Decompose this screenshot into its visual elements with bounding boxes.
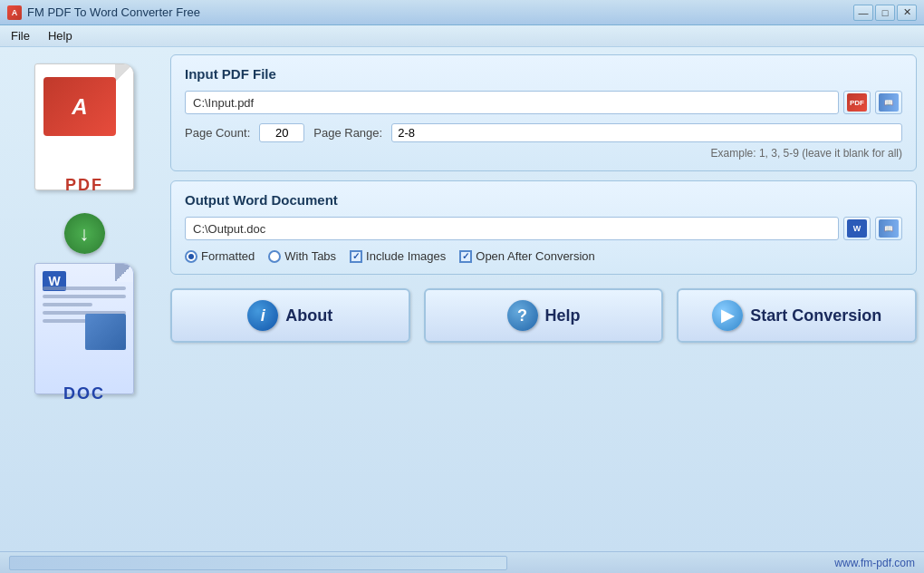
formatted-option[interactable]: Formatted [185, 249, 255, 263]
doc-line-1 [43, 286, 126, 290]
start-label: Start Conversion [750, 306, 881, 325]
word-book-button[interactable]: 📖 [875, 217, 902, 240]
website-link: www.fm-pdf.com [834, 557, 915, 569]
pdf-browse-button[interactable]: PDF [843, 91, 871, 114]
play-icon: ▶ [712, 300, 743, 331]
output-section-title: Output Word Document [185, 192, 902, 208]
input-section: Input PDF File PDF 📖 Page Count: Page Ra… [170, 54, 917, 171]
maximize-button[interactable]: □ [875, 5, 895, 21]
help-label: Help [545, 306, 581, 325]
about-button[interactable]: i About [170, 288, 410, 343]
include-images-checkbox[interactable]: ✓ [350, 250, 362, 263]
menu-help[interactable]: Help [41, 27, 80, 44]
status-bar: www.fm-pdf.com [0, 551, 924, 573]
output-file-row: W 📖 [185, 217, 902, 240]
include-images-check: ✓ [352, 251, 360, 261]
menu-file[interactable]: File [4, 27, 37, 44]
start-conversion-button[interactable]: ▶ Start Conversion [677, 288, 917, 343]
close-button[interactable]: ✕ [897, 5, 917, 21]
pdf-book-button[interactable]: 📖 [875, 91, 902, 114]
with-tabs-option[interactable]: With Tabs [268, 249, 336, 263]
window-controls: — □ ✕ [853, 5, 917, 21]
formatted-radio[interactable] [185, 250, 197, 263]
pdf-label: PDF [65, 176, 103, 195]
word-browse-button[interactable]: W [843, 217, 871, 240]
menu-bar: File Help [0, 25, 924, 47]
title-bar: A FM PDF To Word Converter Free — □ ✕ [0, 0, 924, 25]
pdf-small-icon: PDF [847, 93, 867, 112]
buttons-row: i About ? Help ▶ Start Conversion [170, 288, 917, 343]
doc-image-placeholder [85, 314, 126, 350]
input-file-row: PDF 📖 [185, 91, 902, 114]
page-range-input[interactable] [391, 123, 902, 142]
app-title: FM PDF To Word Converter Free [27, 5, 200, 19]
pdf-logo: A [43, 77, 116, 141]
with-tabs-radio[interactable] [268, 250, 281, 263]
doc-page-bg: W [34, 263, 134, 394]
help-button[interactable]: ? Help [424, 288, 664, 343]
arrow-down-symbol: ↓ [80, 222, 90, 246]
example-text: Example: 1, 3, 5-9 (leave it blank for a… [185, 147, 902, 160]
input-file-path[interactable] [185, 91, 839, 114]
formatted-label: Formatted [201, 249, 255, 263]
with-tabs-label: With Tabs [284, 249, 336, 263]
word-icon: W [847, 219, 867, 238]
status-progress [9, 556, 507, 570]
book-icon: 📖 [879, 93, 899, 112]
title-bar-left: A FM PDF To Word Converter Free [7, 5, 200, 20]
pdf-red-bg: A [43, 77, 116, 136]
pdf-icon-container: A PDF [25, 63, 143, 204]
open-after-label: Open After Conversion [476, 249, 595, 263]
doc-line-2 [43, 295, 126, 298]
app-icon: A [7, 5, 22, 20]
arrow-down-icon: ↓ [64, 213, 105, 254]
open-after-check: ✓ [462, 251, 469, 261]
doc-line-3 [43, 303, 92, 306]
help-icon: ? [507, 300, 538, 331]
about-label: About [285, 306, 332, 325]
include-images-option[interactable]: ✓ Include Images [350, 249, 446, 263]
page-count-label: Page Count: [185, 126, 250, 140]
main-content: A PDF ↓ W DOC [0, 47, 924, 551]
output-section: Output Word Document W 📖 Formatted With … [170, 180, 917, 275]
include-images-label: Include Images [366, 249, 446, 263]
page-info-row: Page Count: Page Range: [185, 123, 902, 142]
doc-icon-container: W DOC [25, 263, 143, 408]
page-count-input[interactable] [259, 123, 304, 142]
right-panel: Input PDF File PDF 📖 Page Count: Page Ra… [170, 54, 917, 544]
open-after-checkbox[interactable]: ✓ [459, 250, 472, 263]
minimize-button[interactable]: — [853, 5, 873, 21]
doc-label: DOC [63, 384, 105, 403]
options-row: Formatted With Tabs ✓ Include Images ✓ [185, 249, 902, 263]
word-book-icon: 📖 [879, 219, 899, 238]
left-panel: A PDF ↓ W DOC [7, 54, 161, 544]
output-file-path[interactable] [185, 217, 839, 240]
page-range-label: Page Range: [313, 126, 382, 140]
input-section-title: Input PDF File [185, 66, 902, 82]
about-icon: i [247, 300, 278, 331]
open-after-option[interactable]: ✓ Open After Conversion [459, 249, 595, 263]
pdf-symbol: A [72, 94, 87, 120]
